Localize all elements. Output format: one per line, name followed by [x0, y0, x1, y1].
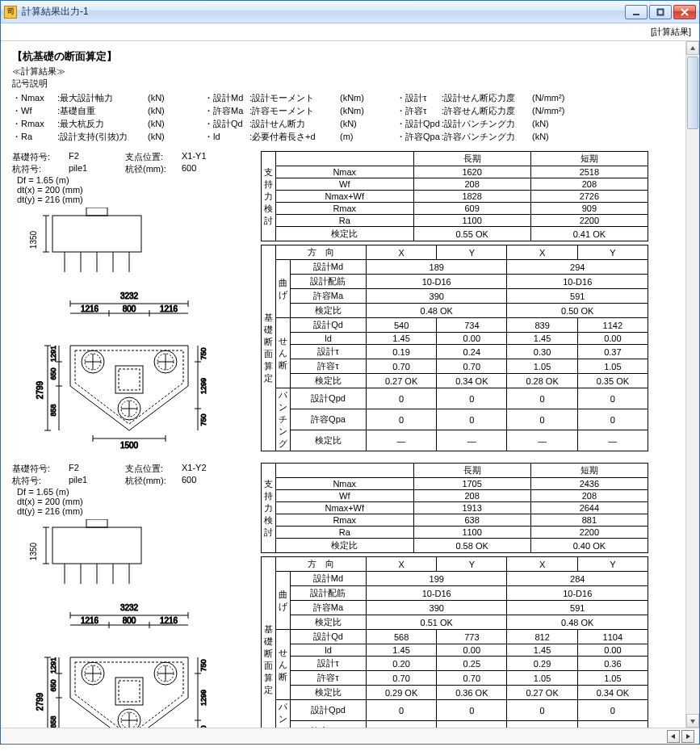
table-row: Wf208208	[262, 178, 648, 191]
svg-text:1216: 1216	[160, 616, 178, 625]
svg-marker-121	[686, 734, 690, 739]
svg-text:750: 750	[199, 413, 207, 426]
svg-text:750: 750	[199, 347, 207, 359]
legend-row: ・Ra:設計支持(引抜)力(kN)	[12, 130, 183, 143]
legend-row: ・Nmax:最大設計軸力(kN)	[12, 91, 183, 104]
table-row: 許容Qpa0000	[262, 721, 648, 728]
block-right: 支持力検討長期短期Nmax16202518Wf208208Nmax+Wf1828…	[261, 151, 693, 455]
bottom-bar	[1, 728, 699, 744]
block-right: 支持力検討長期短期Nmax17052436Wf208208Nmax+Wf1913…	[261, 463, 693, 728]
section-title: 【杭基礎の断面算定】	[12, 49, 693, 64]
svg-rect-61	[52, 527, 141, 564]
scroll-thumb[interactable]	[687, 57, 698, 129]
svg-text:1291: 1291	[49, 657, 57, 673]
elevation-diagram: 1350	[12, 519, 149, 596]
svg-text:650: 650	[49, 367, 57, 380]
next-page-button[interactable]	[681, 730, 694, 743]
table-row: 設計τ0.190.240.300.37	[262, 345, 648, 359]
svg-rect-4	[52, 216, 141, 252]
svg-text:750: 750	[199, 659, 207, 671]
legend-row: ・許容Qpa:許容パンチング力(kN)	[396, 130, 568, 143]
maximize-button[interactable]	[649, 5, 672, 19]
section-table: 基礎断面算定方 向XYXY曲げ設計Md199284設計配筋10-D1610-D1…	[261, 556, 648, 728]
table-row: 検定比0.55 OK0.41 OK	[262, 227, 648, 241]
tab-bar: [計算結果]	[1, 23, 699, 41]
group-label: 基礎断面算定	[262, 557, 276, 728]
svg-text:800: 800	[123, 304, 136, 313]
scroll-track[interactable]	[686, 55, 699, 714]
legend-row: ・設計Qpd:設計パンチング力(kN)	[396, 117, 568, 130]
table-row: せん断設計Qd5687738121104	[262, 630, 648, 644]
svg-text:1216: 1216	[81, 616, 99, 625]
table-row: せん断設計Qd5407348391142	[262, 318, 648, 333]
titlebar[interactable]: 司 計算結果出力-1	[1, 1, 699, 23]
legend-row: ・設計τ:設計せん断応力度(N/mm²)	[396, 91, 568, 104]
table-row: パンチング設計Qpd0000	[262, 700, 648, 721]
support-table: 支持力検討長期短期Nmax16202518Wf208208Nmax+Wf1828…	[261, 151, 648, 241]
table-row: Nmax16202518	[262, 166, 648, 178]
table-row: パンチング設計Qpd0000	[262, 388, 648, 409]
section-table: 基礎断面算定方 向XYXY曲げ設計Md189294設計配筋10-D1610-D1…	[261, 245, 648, 451]
svg-text:1350: 1350	[29, 230, 38, 249]
content-area: 【杭基礎の断面算定】 ≪計算結果≫ 記号説明 ・Nmax:最大設計軸力(kN)・…	[1, 41, 699, 728]
prev-page-button[interactable]	[667, 730, 680, 743]
app-icon: 司	[4, 6, 17, 19]
legend-row: ・設計Md:設計モーメント(kNm)	[204, 91, 375, 104]
svg-text:3232: 3232	[120, 292, 139, 300]
table-row: 曲げ設計Md189294	[262, 260, 648, 275]
calculation-block: 基礎符号:F2支点位置:X1-Y1杭符号:pile1杭径(mm):600 Df …	[12, 151, 693, 455]
table-row: ld1.450.001.450.00	[262, 644, 648, 657]
table-row: 曲げ設計Md199284	[262, 572, 648, 586]
svg-text:1350: 1350	[29, 542, 38, 560]
table-row: 許容Ma390591	[262, 601, 648, 615]
svg-text:1216: 1216	[81, 304, 99, 313]
svg-marker-25	[70, 346, 188, 430]
plan-diagram: 3232121680012161500279912916508587501299…	[12, 289, 230, 451]
legend-row: ・設計Qd:設計せん断力(kN)	[204, 117, 375, 130]
table-row: Ra11002200	[262, 527, 648, 539]
table-row: 検定比0.29 OK0.36 OK0.27 OK0.34 OK	[262, 686, 648, 700]
vertical-scrollbar[interactable]	[685, 41, 699, 728]
svg-text:858: 858	[49, 404, 57, 416]
calculation-block: 基礎符号:F2支点位置:X1-Y2杭符号:pile1杭径(mm):600 Df …	[12, 463, 693, 728]
svg-text:650: 650	[49, 679, 57, 691]
minimize-button[interactable]	[625, 5, 648, 19]
svg-text:2799: 2799	[36, 692, 44, 711]
legend-row: ・許容τ:許容せん断応力度(N/mm²)	[396, 104, 568, 117]
svg-text:1216: 1216	[160, 304, 178, 313]
table-row: 検定比0.27 OK0.34 OK0.28 OK0.35 OK	[262, 374, 648, 388]
svg-marker-119	[690, 720, 695, 724]
svg-text:1291: 1291	[49, 346, 57, 362]
scroll-up-button[interactable]	[686, 41, 699, 55]
block-left: 基礎符号:F2支点位置:X1-Y1杭符号:pile1杭径(mm):600 Df …	[12, 151, 254, 455]
svg-rect-27	[115, 366, 143, 393]
section-subtitle: ≪計算結果≫	[12, 65, 693, 78]
app-window: 司 計算結果出力-1 [計算結果] 【杭基礎の断面算定】 ≪計算結果≫ 記号説明…	[0, 0, 700, 745]
legend-row: ・許容Ma:許容モーメント(kNm)	[204, 104, 375, 117]
support-table: 支持力検討長期短期Nmax17052436Wf208208Nmax+Wf1913…	[261, 463, 648, 553]
plan-diagram: 3232121680012161500279912916508587501299…	[12, 601, 230, 728]
svg-rect-85	[119, 681, 140, 702]
table-row: ld1.450.001.450.00	[262, 333, 648, 345]
svg-text:858: 858	[49, 715, 57, 728]
block-left: 基礎符号:F2支点位置:X1-Y2杭符号:pile1杭径(mm):600 Df …	[12, 463, 254, 728]
legend-row: ・Wf:基礎自重(kN)	[12, 104, 183, 117]
table-row: Nmax+Wf19132644	[262, 502, 648, 514]
table-row: 検定比0.48 OK0.50 OK	[262, 304, 648, 318]
table-row: 許容τ0.700.701.051.05	[262, 359, 648, 374]
svg-rect-28	[119, 369, 140, 390]
table-row: Nmax+Wf18282726	[262, 191, 648, 203]
legend-row: ・ld:必要付着長さ+d(m)	[204, 130, 375, 143]
table-row: 検定比0.58 OK0.40 OK	[262, 539, 648, 553]
legend: ・Nmax:最大設計軸力(kN)・Wf:基礎自重(kN)・Rmax:最大杭反力(…	[12, 91, 693, 143]
scroll-down-button[interactable]	[686, 714, 699, 728]
group-label: 支持力検討	[262, 152, 276, 241]
group-label: 基礎断面算定	[262, 245, 276, 451]
legend-row: ・Rmax:最大杭反力(kN)	[12, 117, 183, 130]
close-button[interactable]	[673, 5, 696, 19]
svg-rect-84	[115, 678, 143, 705]
table-row: 許容Ma390591	[262, 289, 648, 304]
table-row: Rmax609909	[262, 203, 648, 215]
table-row: 検定比――――	[262, 430, 648, 451]
tab-label[interactable]: [計算結果]	[651, 26, 691, 38]
